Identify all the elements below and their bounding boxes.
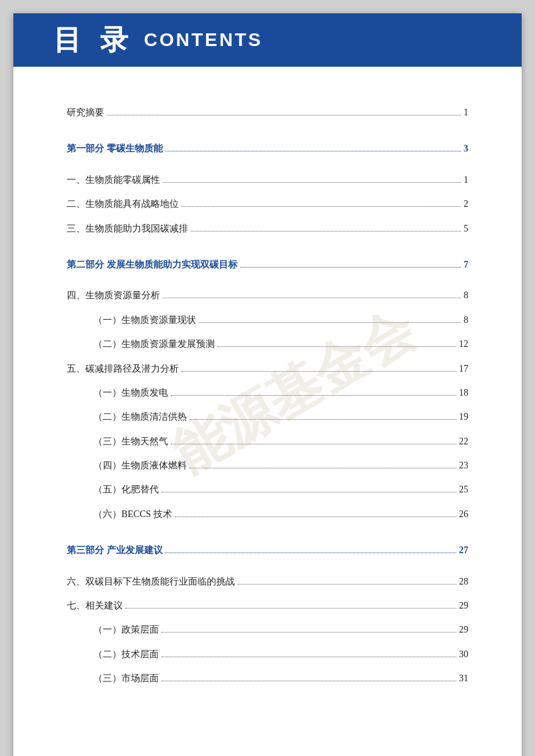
toc-label-item7-1: （一）政策层面 bbox=[93, 623, 159, 637]
toc-label-part3: 第三部分 产业发展建议 bbox=[67, 543, 163, 558]
toc-dots-item4-2 bbox=[217, 346, 456, 347]
toc-page-item7-1: 29 bbox=[459, 623, 468, 637]
toc-dots-item5 bbox=[181, 371, 456, 372]
toc-page-item7: 29 bbox=[459, 599, 468, 613]
toc-label-item5-1: （一）生物质发电 bbox=[93, 386, 168, 400]
toc-page-research-abstract: 1 bbox=[464, 105, 468, 120]
toc-label-item2: 二、生物质能具有战略地位 bbox=[67, 197, 179, 212]
toc-page-item5: 17 bbox=[459, 362, 468, 376]
toc-dots-item4 bbox=[163, 298, 461, 298]
toc-page-item5-1: 18 bbox=[459, 386, 468, 400]
toc-row-item5-6: （六）BECCS 技术26 bbox=[67, 507, 468, 522]
toc-dots-item5-1 bbox=[171, 395, 456, 396]
toc-label-item1: 一、生物质能零碳属性 bbox=[67, 173, 160, 187]
toc-label-item7-3: （三）市场层面 bbox=[93, 671, 159, 686]
toc-dots-item7-1 bbox=[161, 632, 456, 633]
toc-dots-item3 bbox=[191, 231, 461, 232]
toc-dots-item6 bbox=[237, 584, 456, 585]
toc-dots-item7-2 bbox=[161, 657, 456, 657]
toc-label-item4: 四、生物质资源量分析 bbox=[67, 288, 160, 303]
toc-page-item1: 1 bbox=[464, 173, 468, 187]
toc-row-item7-2: （二）技术层面30 bbox=[67, 647, 468, 662]
toc-spacer-after-blue bbox=[67, 282, 468, 288]
toc-row-part3: 第三部分 产业发展建议27 bbox=[67, 543, 468, 558]
toc-page-item6: 28 bbox=[459, 575, 468, 589]
toc-dots-item5-4 bbox=[189, 468, 456, 468]
toc-page-item4-1: 8 bbox=[464, 313, 468, 328]
toc-spacer bbox=[67, 246, 468, 258]
toc-row-item2: 二、生物质能具有战略地位2 bbox=[67, 197, 468, 212]
header-bar: 目 录 CONTENTS bbox=[13, 13, 522, 67]
toc-page-part3: 27 bbox=[459, 543, 468, 558]
toc-label-item5-5: （五）化肥替代 bbox=[93, 482, 159, 497]
toc-page-item7-2: 30 bbox=[459, 647, 468, 662]
toc-row-item7-1: （一）政策层面29 bbox=[67, 623, 468, 637]
toc-label-item4-1: （一）生物质资源量现状 bbox=[93, 313, 196, 328]
toc-spacer bbox=[67, 531, 468, 543]
toc-row-item4-2: （二）生物质资源量发展预测12 bbox=[67, 337, 468, 352]
toc-label-part2: 第二部分 发展生物质能助力实现双碳目标 bbox=[67, 258, 237, 272]
toc-label-item6: 六、双碳目标下生物质能行业面临的挑战 bbox=[67, 575, 235, 589]
toc-row-item4: 四、生物质资源量分析8 bbox=[67, 288, 468, 303]
toc-dots-item4-1 bbox=[199, 322, 461, 323]
toc-content: 研究摘要1第一部分 零碳生物质能3一、生物质能零碳属性1二、生物质能具有战略地位… bbox=[13, 87, 522, 736]
toc-dots-item5-5 bbox=[161, 492, 456, 492]
toc-page-item4-2: 12 bbox=[459, 337, 468, 352]
toc-page-item4: 8 bbox=[464, 288, 468, 303]
toc-label-item5-4: （四）生物质液体燃料 bbox=[93, 458, 187, 473]
toc-spacer-after-blue bbox=[67, 166, 468, 173]
toc-dots-item1 bbox=[163, 182, 461, 183]
toc-dots-research-abstract bbox=[107, 115, 461, 115]
toc-page-item5-4: 23 bbox=[459, 458, 468, 473]
toc-dots-item7 bbox=[125, 608, 456, 609]
toc-dots-item7-3 bbox=[161, 681, 456, 681]
toc-dots-item5-2 bbox=[189, 419, 456, 420]
toc-label-item5-6: （六）BECCS 技术 bbox=[93, 507, 172, 522]
toc-row-research-abstract: 研究摘要1 bbox=[67, 105, 468, 120]
toc-spacer-top bbox=[67, 93, 468, 105]
toc-row-item5-2: （二）生物质清洁供热19 bbox=[67, 410, 468, 424]
toc-row-item5: 五、碳减排路径及潜力分析17 bbox=[67, 362, 468, 376]
page: 能源基金会 目 录 CONTENTS 研究摘要1第一部分 零碳生物质能3一、生物… bbox=[13, 13, 522, 756]
toc-page-item2: 2 bbox=[464, 197, 468, 212]
toc-page-item5-5: 25 bbox=[459, 482, 468, 497]
toc-page-item5-2: 19 bbox=[459, 410, 468, 424]
toc-row-item7: 七、相关建议29 bbox=[67, 599, 468, 613]
toc-row-part2: 第二部分 发展生物质能助力实现双碳目标7 bbox=[67, 258, 468, 272]
toc-label-item3: 三、生物质能助力我国碳减排 bbox=[67, 222, 188, 236]
toc-row-item5-1: （一）生物质发电18 bbox=[67, 386, 468, 400]
toc-row-item7-3: （三）市场层面31 bbox=[67, 671, 468, 686]
toc-row-part1: 第一部分 零碳生物质能3 bbox=[67, 141, 468, 156]
toc-page-part1: 3 bbox=[464, 141, 468, 156]
header-title-zh: 目 录 bbox=[53, 21, 133, 59]
toc-label-item7: 七、相关建议 bbox=[67, 599, 123, 613]
toc-row-item5-5: （五）化肥替代25 bbox=[67, 482, 468, 497]
toc-row-item1: 一、生物质能零碳属性1 bbox=[67, 173, 468, 187]
header-title-en: CONTENTS bbox=[144, 29, 263, 51]
toc-dots-part1 bbox=[165, 151, 462, 151]
toc-row-item3: 三、生物质能助力我国碳减排5 bbox=[67, 222, 468, 236]
toc-label-item5: 五、碳减排路径及潜力分析 bbox=[67, 362, 179, 376]
toc-dots-item2 bbox=[181, 206, 461, 207]
toc-page-item3: 5 bbox=[464, 222, 468, 236]
toc-dots-item5-6 bbox=[175, 516, 456, 517]
toc-spacer-after-blue bbox=[67, 568, 468, 575]
toc-row-item5-4: （四）生物质液体燃料23 bbox=[67, 458, 468, 473]
toc-row-item4-1: （一）生物质资源量现状8 bbox=[67, 313, 468, 328]
toc-page-part2: 7 bbox=[464, 258, 468, 272]
toc-dots-part2 bbox=[240, 267, 462, 268]
toc-dots-item5-3 bbox=[171, 444, 456, 444]
toc-label-item7-2: （二）技术层面 bbox=[93, 647, 159, 662]
toc-label-item5-2: （二）生物质清洁供热 bbox=[93, 410, 187, 424]
toc-label-part1: 第一部分 零碳生物质能 bbox=[67, 141, 163, 156]
toc-dots-part3 bbox=[165, 552, 457, 553]
toc-row-item5-3: （三）生物天然气22 bbox=[67, 434, 468, 449]
toc-row-item6: 六、双碳目标下生物质能行业面临的挑战28 bbox=[67, 575, 468, 589]
toc-page-item7-3: 31 bbox=[459, 671, 468, 686]
toc-page-item5-3: 22 bbox=[459, 434, 468, 449]
toc-spacer bbox=[67, 129, 468, 141]
toc-label-research-abstract: 研究摘要 bbox=[67, 105, 104, 120]
toc-label-item5-3: （三）生物天然气 bbox=[93, 434, 168, 449]
toc-page-item5-6: 26 bbox=[459, 507, 468, 522]
toc-label-item4-2: （二）生物质资源量发展预测 bbox=[93, 337, 215, 352]
